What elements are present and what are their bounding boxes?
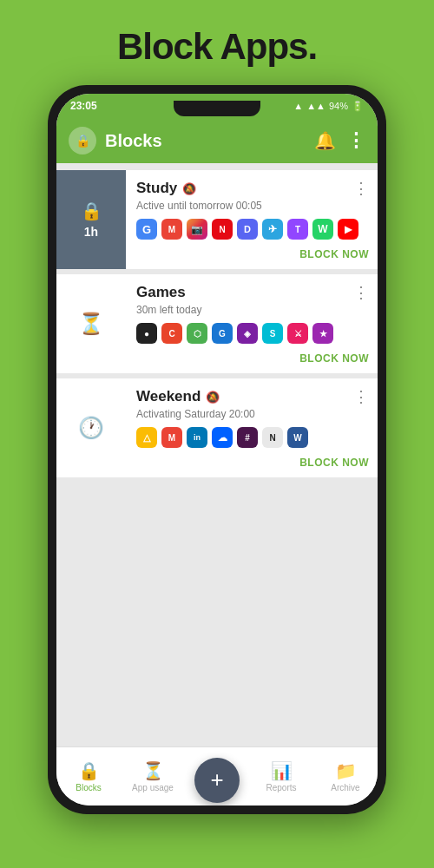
study-right: Study 🔕 ⋮ Active until tomorrow 00:05 G …: [126, 170, 378, 269]
app-icon-whatsapp: W: [312, 219, 333, 240]
games-app-icons: ● C ⬡ G ◈ S ⚔ ★: [136, 323, 369, 344]
nav-appusage-label: App usage: [132, 783, 174, 792]
hourglass-icon: ⏳: [78, 312, 104, 336]
app-icon-game4: G: [212, 323, 233, 344]
study-status: Active until tomorrow 00:05: [136, 200, 369, 212]
fab-plus-icon: +: [210, 766, 223, 793]
wifi-icon: ▲: [293, 101, 303, 111]
nav-item-reports[interactable]: 📊 Reports: [249, 760, 313, 792]
app-icon-game5: ◈: [237, 323, 258, 344]
bottom-nav: 🔒 Blocks ⏳ App usage + 📊 Reports 📁 Archi…: [56, 746, 378, 806]
phone-frame: 23:05 ▲ ▲▲ 94% 🔋 🔒 Blocks 🔔 ⋮: [48, 85, 386, 814]
weekend-left: 🕐: [56, 378, 126, 477]
app-icon-word: W: [287, 427, 308, 448]
top-bar-lock-icon: 🔒: [69, 127, 96, 155]
app-icon-youtube: ▶: [338, 219, 358, 240]
app-icon-chrome: G: [136, 219, 157, 240]
study-more-icon[interactable]: ⋮: [353, 179, 369, 198]
app-icon-game1: ●: [136, 323, 157, 344]
app-icon-game8: ★: [312, 323, 333, 344]
nav-blocks-icon: 🔒: [78, 760, 100, 781]
nav-item-archive[interactable]: 📁 Archive: [313, 760, 378, 792]
app-icon-gmail-w: M: [161, 427, 182, 448]
weekend-mute-icon: 🔕: [206, 391, 220, 404]
app-icon-instagram: 📷: [187, 219, 207, 240]
nav-blocks-label: Blocks: [76, 783, 101, 792]
app-icon-gdrive: △: [136, 427, 157, 448]
battery-icon: 🔋: [352, 101, 364, 112]
app-icon-game3: ⬡: [187, 323, 207, 344]
lock-icon: 🔒: [76, 134, 90, 148]
signal-icon: ▲▲: [306, 101, 326, 111]
block-card-study: 🔒 1h Study 🔕 ⋮ Active until tomorrow 00:…: [56, 170, 378, 269]
app-icon-game7: ⚔: [287, 323, 308, 344]
phone-notch: [174, 101, 260, 116]
study-app-icons: G M 📷 N D ✈ T W ▶: [136, 219, 369, 240]
nav-item-app-usage[interactable]: ⏳ App usage: [121, 760, 185, 792]
app-icon-dropbox: ☁: [212, 427, 233, 448]
status-icons: ▲ ▲▲ 94% 🔋: [293, 101, 364, 112]
nav-appusage-icon: ⏳: [142, 760, 164, 781]
block-card-games: ⏳ Games ⋮ 30m left today ● C ⬡ G: [56, 274, 378, 373]
games-more-icon[interactable]: ⋮: [353, 283, 369, 302]
bell-icon[interactable]: 🔔: [314, 130, 336, 151]
top-bar-actions: 🔔 ⋮: [314, 129, 365, 152]
more-menu-icon[interactable]: ⋮: [346, 129, 365, 152]
nav-item-blocks[interactable]: 🔒 Blocks: [56, 760, 121, 792]
weekend-title: Weekend: [136, 388, 201, 405]
top-bar-title: Blocks: [105, 131, 314, 151]
nav-reports-label: Reports: [266, 783, 296, 792]
games-right: Games ⋮ 30m left today ● C ⬡ G ◈ S ⚔ ★: [126, 274, 378, 373]
games-block-now[interactable]: BLOCK NOW: [299, 349, 369, 368]
study-mute-icon: 🔕: [182, 182, 196, 195]
nav-archive-label: Archive: [331, 783, 359, 792]
weekend-more-icon[interactable]: ⋮: [353, 387, 369, 406]
app-icon-slack: #: [237, 427, 258, 448]
app-icon-gmail: M: [161, 219, 182, 240]
app-icon-discord: D: [237, 219, 258, 240]
app-icon-netflix: N: [212, 219, 233, 240]
study-lock-icon: 🔒: [81, 201, 102, 221]
study-title: Study: [136, 180, 177, 197]
clock-icon: 🕐: [78, 416, 104, 440]
weekend-app-icons: △ M in ☁ # N W: [136, 427, 369, 448]
games-title: Games: [136, 284, 186, 301]
block-card-weekend: 🕐 Weekend 🔕 ⋮ Activating Saturday 20:00 …: [56, 378, 378, 477]
content-area: 🔒 1h Study 🔕 ⋮ Active until tomorrow 00:…: [56, 163, 378, 746]
app-icon-linkedin: in: [187, 427, 207, 448]
app-icon-twitch: T: [287, 219, 308, 240]
app-icon-game2: C: [161, 323, 182, 344]
top-bar: 🔒 Blocks 🔔 ⋮: [56, 118, 378, 163]
app-icon-game6: S: [262, 323, 283, 344]
fab-button[interactable]: +: [194, 758, 240, 803]
games-left: ⏳: [56, 274, 126, 373]
weekend-right: Weekend 🔕 ⋮ Activating Saturday 20:00 △ …: [126, 378, 378, 477]
app-icon-notion: N: [262, 427, 283, 448]
page-heading: Block Apps.: [117, 26, 317, 68]
study-block-now[interactable]: BLOCK NOW: [299, 245, 369, 264]
status-time: 23:05: [70, 100, 97, 112]
study-time-label: 1h: [84, 225, 98, 239]
weekend-block-now[interactable]: BLOCK NOW: [299, 453, 369, 472]
games-status: 30m left today: [136, 304, 369, 316]
study-left: 🔒 1h: [56, 170, 126, 269]
battery-label: 94%: [329, 101, 348, 111]
app-icon-telegram: ✈: [262, 219, 283, 240]
nav-archive-icon: 📁: [335, 760, 357, 781]
nav-reports-icon: 📊: [271, 760, 293, 781]
weekend-status: Activating Saturday 20:00: [136, 408, 369, 420]
